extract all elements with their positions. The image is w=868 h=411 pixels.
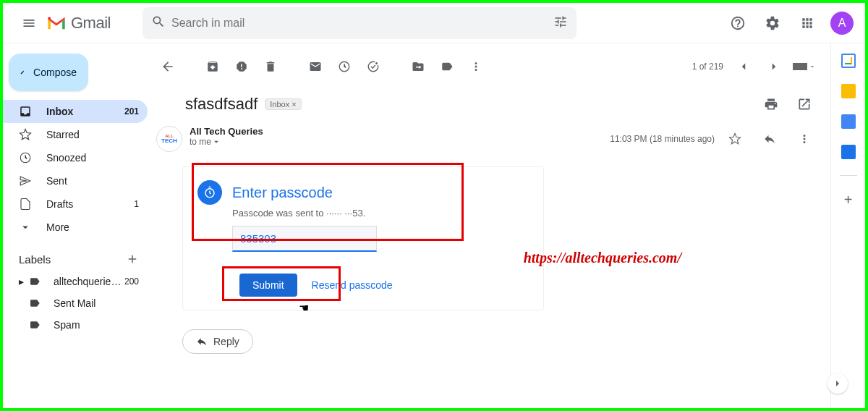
settings-button[interactable]: [758, 9, 787, 38]
label-spam[interactable]: Spam: [3, 314, 148, 336]
caret-icon: ▸: [19, 276, 26, 287]
help-button[interactable]: [723, 9, 752, 38]
calendar-addon[interactable]: [841, 54, 856, 68]
sidebar: Compose Inbox 201 Starred Snoozed Sent D…: [3, 43, 148, 408]
file-icon: [19, 198, 33, 211]
newer-button[interactable]: [731, 54, 757, 80]
reply-icon: [196, 336, 208, 347]
chevron-right-icon: [832, 378, 843, 389]
label-text: Sent Mail: [54, 297, 95, 309]
compose-label: Compose: [33, 67, 77, 78]
labels-text: Labels: [19, 253, 51, 266]
report-icon: [235, 60, 248, 73]
nav-more[interactable]: More: [3, 216, 148, 239]
to-line[interactable]: to me: [190, 137, 263, 147]
label-tag-icon: [29, 319, 43, 331]
gmail-logo[interactable]: Gmail: [46, 14, 111, 33]
sidepanel-divider: [840, 175, 857, 176]
reply-button[interactable]: Reply: [182, 329, 253, 354]
density-button[interactable]: [791, 54, 817, 80]
message-subject: sfasdfsadf: [185, 95, 258, 114]
nav-snoozed[interactable]: Snoozed: [3, 146, 148, 169]
labels-button[interactable]: [434, 54, 460, 80]
compose-button[interactable]: Compose: [9, 54, 88, 91]
page-indicator: 1 of 219: [692, 62, 723, 72]
nav-count: 201: [124, 106, 139, 116]
gmail-m-icon: [46, 15, 67, 31]
timestamp: 11:03 PM (18 minutes ago): [610, 134, 715, 144]
resend-link[interactable]: Resend passcode: [312, 279, 393, 291]
snooze-button[interactable]: [331, 54, 357, 80]
nav-count: 1: [134, 199, 139, 209]
more-vert-icon: [469, 60, 482, 73]
tasks-addon[interactable]: [841, 114, 856, 129]
reply-label: Reply: [213, 336, 239, 347]
get-addons-button[interactable]: +: [844, 192, 853, 208]
sidepanel-toggle[interactable]: [827, 373, 848, 394]
search-bar[interactable]: [142, 7, 576, 39]
delete-button[interactable]: [258, 54, 284, 80]
sender-avatar[interactable]: ALLTECH: [156, 126, 182, 152]
report-spam-button[interactable]: [229, 54, 255, 80]
timer-badge-icon: [197, 180, 222, 205]
pencil-icon: [20, 65, 25, 80]
nav-drafts[interactable]: Drafts 1: [3, 192, 148, 216]
print-button[interactable]: [758, 91, 784, 117]
message-more-button[interactable]: [791, 126, 817, 152]
star-outline-icon: [728, 132, 741, 145]
archive-button[interactable]: [200, 54, 226, 80]
gear-icon: [765, 15, 780, 31]
labels-heading: Labels: [3, 247, 148, 271]
add-task-button[interactable]: [360, 54, 386, 80]
passcode-input[interactable]: [232, 226, 377, 252]
send-icon: [19, 174, 33, 187]
apps-grid-icon: [800, 16, 814, 30]
reply-icon-button[interactable]: [757, 126, 783, 152]
keep-addon[interactable]: [841, 84, 856, 98]
hamburger-icon: [22, 16, 36, 30]
open-window-button[interactable]: [791, 91, 817, 117]
account-avatar[interactable]: A: [830, 12, 854, 35]
side-panel: +: [830, 43, 865, 408]
star-message-button[interactable]: [722, 126, 748, 152]
apps-button[interactable]: [793, 9, 822, 38]
caret-down-icon: [809, 63, 816, 70]
chevron-down-icon: [19, 221, 33, 234]
nav-sent[interactable]: Sent: [3, 169, 148, 192]
search-input[interactable]: [171, 17, 548, 30]
search-icon: [151, 14, 166, 32]
submit-button[interactable]: Submit: [239, 274, 297, 297]
clock-icon: [19, 151, 33, 164]
older-button[interactable]: [761, 54, 787, 80]
search-filters-button[interactable]: [553, 14, 568, 32]
mark-unread-button[interactable]: [302, 54, 328, 80]
print-icon: [764, 97, 778, 111]
label-count: 200: [124, 276, 139, 287]
sender-name: All Tech Queries: [190, 126, 263, 137]
archive-icon: [206, 60, 219, 73]
inbox-chip[interactable]: Inbox ×: [265, 98, 301, 110]
move-to-button[interactable]: [405, 54, 431, 80]
contacts-addon[interactable]: [841, 145, 856, 159]
label-alltechqueries[interactable]: ▸ alltechqueries@... 200: [3, 271, 148, 292]
label-tag-icon: [29, 297, 43, 309]
main-menu-button[interactable]: [14, 9, 43, 38]
arrow-back-icon: [161, 59, 175, 74]
back-button[interactable]: [155, 54, 181, 80]
more-vert-icon: [798, 132, 811, 145]
more-button[interactable]: [463, 54, 489, 80]
nav-label: Drafts: [46, 198, 73, 210]
passcode-card: Enter passcode Passcode was sent to ····…: [182, 166, 544, 310]
toolbar: 1 of 219: [153, 49, 819, 84]
nav-inbox[interactable]: Inbox 201: [3, 100, 148, 123]
add-label-button[interactable]: [126, 253, 139, 266]
nav-label: Sent: [46, 175, 67, 187]
chevron-right-icon: [767, 60, 780, 73]
message-pane: 1 of 219 sfasdfsadf Inbox × ALLTECH All …: [148, 43, 830, 408]
label-sent-mail[interactable]: Sent Mail: [3, 292, 148, 314]
cursor-icon: ☚: [299, 301, 309, 315]
nav-starred[interactable]: Starred: [3, 123, 148, 146]
nav-label: Snoozed: [46, 152, 86, 164]
passcode-description: Passcode was sent to ······ ···53.: [232, 208, 529, 219]
nav-label: More: [46, 221, 69, 233]
